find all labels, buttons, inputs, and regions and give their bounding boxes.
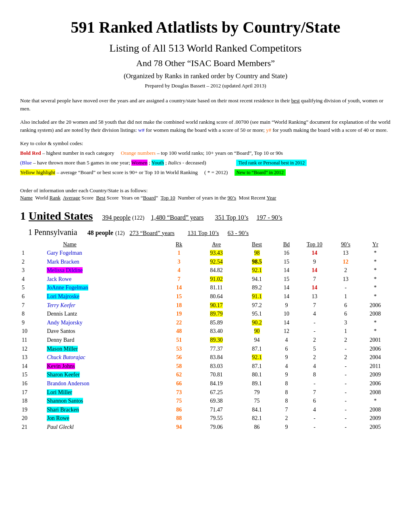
table-row: 5 JoAnne Fogelman 14 81.11 89.2 14 14 - … — [20, 283, 391, 292]
table-row: 6 Lori Majroske 15 80.64 91.1 14 13 1 * — [20, 292, 391, 301]
order-section: Order of information under each Country/… — [20, 187, 391, 202]
athlete-name: Brandon Anderson — [47, 380, 89, 387]
table-row: 3 Melissa Dildine 4 84.82 92.1 14 14 2 * — [20, 266, 391, 275]
key-line3: Yellow highlight – average “Board” or be… — [20, 168, 391, 177]
key-section: Key to color & symbol codes: Bold Red – … — [20, 139, 391, 177]
table-row: 2 Mark Bracken 3 92.54 98.5 15 9 12 * — [20, 258, 391, 266]
legend-tied: Tied rank or Personal best in 2012 — [236, 160, 307, 166]
subsection-pennsylvania: 1 Pennsylvania 48 people (12) 273 “Board… — [28, 227, 391, 238]
table-row: 10 Dave Santos 48 83.40 90 12 - 1 * — [20, 327, 391, 336]
athlete-name: Paul Gleckl — [47, 424, 73, 430]
sub-title3: (Organized by Ranks in ranked order by C… — [20, 71, 391, 81]
sub-title2: And 78 Other “ISAC Board Members” — [20, 57, 391, 70]
table-row: 21 Paul Gleckl 94 79.06 86 9 - - 2005 — [20, 423, 391, 432]
key-bold-red: Bold Red — [20, 150, 41, 156]
table-row: 17 Lori Miller 73 67.25 79 8 7 - 2008 — [20, 388, 391, 397]
key-line2: (Blue – have thrown more than 5 games in… — [20, 159, 391, 167]
table-row: 16 Brandon Anderson 66 84.19 89.1 8 - - … — [20, 379, 391, 388]
table-row: 15 Sharon Keefer 62 70.81 80.1 9 8 - 200… — [20, 370, 391, 379]
athlete-name: Lori Majroske — [47, 293, 79, 299]
table-row: 7 Terry Keefer 18 90.17 97.2 9 7 6 2006 — [20, 301, 391, 310]
athlete-name: Mark Bracken — [47, 259, 79, 265]
athlete-name: Dave Santos — [39, 327, 163, 336]
sub-title1: Listing of All 513 World Ranked Competit… — [20, 41, 391, 56]
table-row: 8 Dennis Lantz 19 89.79 95.1 10 4 6 2008 — [20, 310, 391, 318]
table-row: 19 Shari Bracken 86 71.47 84.1 7 4 - 200… — [20, 405, 391, 414]
note1: Note that several people have moved over… — [20, 97, 391, 112]
athlete-name: Dennis Lantz — [39, 310, 163, 318]
athlete-name: Andy Majorsky — [47, 320, 82, 326]
athlete-name: Shari Bracken — [47, 407, 79, 413]
country-name: United States — [29, 210, 93, 222]
athletes-table: Name Rk Ave Best Bd Top 10 90’s Yr 1 Gar… — [20, 240, 391, 432]
page-container: 591 Ranked Atlatlists by Country/State L… — [20, 16, 391, 432]
athlete-name: Melissa Dildine — [47, 267, 83, 273]
order-fields: Name World Rank Average Score Best Score… — [20, 194, 391, 202]
athlete-name: Mason Miller — [47, 346, 78, 352]
table-row: 14 Kevin Johns 58 83.03 87.1 4 4 - 2011 — [20, 362, 391, 371]
legend-new: New to “Board” in 2012 — [235, 169, 286, 176]
table-row: 18 Shannon Santos 75 69.38 75 8 6 - * — [20, 397, 391, 405]
order-label: Order of information under each Country/… — [20, 187, 391, 194]
note2: Also included are the 20 women and 58 yo… — [20, 118, 391, 134]
table-row: 12 Mason Miller 53 77.37 87.1 6 5 - 2006 — [20, 345, 391, 353]
key-line1: Bold Red – highest number in each catego… — [20, 149, 391, 158]
athlete-name: Jon Rowe — [47, 415, 69, 421]
table-row: 20 Jon Rowe 88 79.55 82.1 2 - - 2009 — [20, 414, 391, 423]
athlete-name: Sharon Keefer — [47, 372, 79, 378]
section-united-states: 1 United States 394 people (122) 1,480 “… — [20, 208, 391, 431]
key-orange: Orange numbers — [121, 150, 156, 156]
athlete-name: Gary Fogelman — [47, 250, 82, 256]
table-row: 4 Jack Rowe 7 91.02 94.1 15 7 13 * — [20, 275, 391, 284]
athlete-name: Kevin Johns — [47, 363, 75, 369]
athlete-name: JoAnne Fogelman — [47, 285, 88, 291]
athlete-name: Chuck Butorajac — [47, 354, 85, 360]
table-row: 9 Andy Majorsky 22 85.89 90.2 14 - 3 * — [20, 318, 391, 327]
key-label: Key to color & symbol codes: — [20, 139, 391, 148]
section-header: 1 United States 394 people (122) 1,480 “… — [20, 208, 391, 224]
table-row: 1 Gary Fogelman 1 93.43 98 16 14 13 * — [20, 249, 391, 258]
table-row: 11 Denny Bard 51 89.30 94 4 2 2 2001 — [20, 336, 391, 345]
table-row: 13 Chuck Butorajac 56 83.84 92.1 9 2 2 2… — [20, 353, 391, 362]
main-title: 591 Ranked Atlatlists by Country/State — [20, 16, 391, 39]
athlete-name: Terry Keefer — [47, 302, 75, 308]
athlete-name: Lori Miller — [47, 389, 72, 395]
table-header-row: Name Rk Ave Best Bd Top 10 90’s Yr — [20, 240, 391, 249]
athlete-name: Jack Rowe — [47, 276, 71, 282]
athlete-name: Denny Bard — [39, 336, 163, 345]
sub-title4: Prepared by Douglas Bassett – 2012 (upda… — [20, 82, 391, 89]
section-number: 1 — [20, 210, 29, 222]
athlete-name: Shannon Santos — [47, 398, 83, 404]
